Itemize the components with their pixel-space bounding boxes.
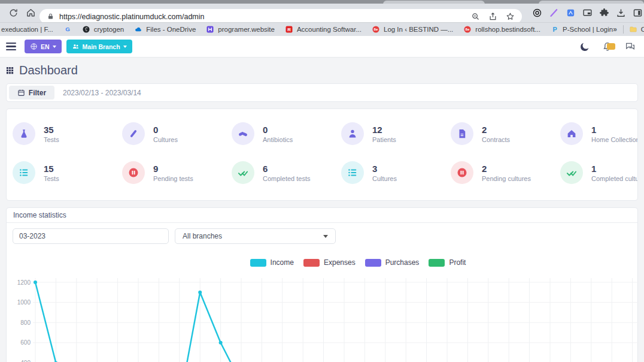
chevron-down-icon — [123, 46, 127, 48]
bookmark-item[interactable]: PP-School | Login — [551, 25, 613, 34]
stat-value: 3 — [372, 164, 397, 174]
branch-dropdown-button[interactable]: Main Branch — [66, 40, 132, 53]
stat-label: Antibiotics — [263, 136, 293, 143]
svg-text:600: 600 — [20, 339, 31, 346]
stat-value: 1 — [591, 164, 638, 174]
month-input[interactable] — [13, 228, 169, 244]
chart-legend: IncomeExpensesPurchasesProfit — [42, 258, 644, 267]
extensions-puzzle-icon[interactable] — [599, 8, 609, 18]
browser-window: https://ediagnostic.platinumduck.com/adm… — [0, 0, 644, 362]
bookmark-item[interactable]: exeducation | F... — [1, 26, 53, 33]
legend-swatch — [250, 259, 266, 267]
legend-label: Profit — [449, 258, 466, 267]
filter-card: Filter — [6, 83, 638, 102]
svg-text:1000: 1000 — [17, 299, 31, 306]
lock-icon — [47, 13, 54, 20]
filter-label: Filter — [29, 89, 46, 97]
stat-card-tests: 35Tests — [13, 122, 122, 145]
stat-value: 9 — [153, 164, 193, 174]
dark-mode-toggle[interactable] — [579, 41, 590, 52]
filter-button[interactable]: Filter — [9, 86, 54, 99]
picture-in-picture-icon[interactable] — [582, 8, 593, 18]
downloads-icon[interactable] — [616, 8, 626, 18]
language-label: EN — [41, 43, 50, 50]
bookmark-item[interactable]: 8erollshop.bestindsoft... — [463, 25, 540, 34]
folder-icon — [629, 25, 637, 34]
bookmark-label: rollshop.bestindsoft... — [475, 26, 540, 33]
stat-value: 0 — [153, 125, 178, 135]
stat-value: 2 — [482, 164, 531, 174]
stat-card-cultures: 3Cultures — [341, 161, 451, 184]
svg-text:8e: 8e — [374, 27, 378, 31]
svg-text:R: R — [287, 27, 291, 32]
pen-extension-icon[interactable] — [549, 8, 559, 18]
date-range-input[interactable] — [54, 84, 629, 101]
reload-icon[interactable] — [8, 8, 19, 18]
svg-text:P: P — [552, 26, 557, 33]
bookmark-item[interactable]: cryptogen — [82, 25, 124, 34]
check-double-icon — [232, 161, 254, 184]
bookmarks-overflow-icon[interactable]: » — [613, 25, 618, 34]
stat-label: Cultures — [372, 175, 397, 182]
stat-value: 12 — [372, 125, 396, 135]
legend-swatch — [365, 259, 381, 267]
legend-item-profit[interactable]: Profit — [429, 258, 466, 267]
globe-icon — [30, 43, 38, 50]
translate-extension-icon[interactable] — [566, 8, 576, 18]
bookmark-label: Accounting Softwar... — [297, 26, 362, 33]
legend-item-purchases[interactable]: Purchases — [365, 258, 420, 267]
stat-label: Completed cultures — [591, 175, 638, 182]
divider — [7, 222, 637, 223]
url-text[interactable]: https://ediagnostic.platinumduck.com/adm… — [59, 13, 205, 21]
bookmark-item[interactable]: G — [63, 25, 72, 34]
side-panel-icon[interactable] — [633, 8, 643, 18]
bookmark-item[interactable]: Files - OneDrive — [134, 25, 196, 34]
calendar-icon — [17, 89, 25, 96]
bookmark-item[interactable]: RAccounting Softwar... — [285, 25, 362, 34]
stat-label: Pending cultures — [482, 175, 531, 182]
extension-swirl-icon[interactable] — [532, 8, 542, 18]
bookmark-item[interactable]: programer.website — [206, 25, 275, 34]
other-bookmarks-folder[interactable]: Othe — [629, 25, 644, 34]
svg-text:800: 800 — [20, 319, 31, 326]
home-icon — [560, 122, 583, 145]
legend-item-income[interactable]: Income — [250, 258, 294, 267]
home-icon[interactable] — [26, 8, 36, 18]
svg-text:400: 400 — [20, 360, 31, 362]
bestind-icon: 8e — [372, 25, 380, 34]
notifications-bell-icon[interactable] — [602, 41, 613, 52]
stat-card-completed-cultures: 1Completed cultures — [560, 161, 638, 184]
stat-label: Tests — [44, 136, 59, 143]
menu-hamburger-icon[interactable] — [6, 43, 16, 50]
income-chart[interactable]: 12001000800600400 — [7, 270, 639, 362]
branch-label: Main Branch — [83, 43, 120, 50]
language-dropdown-button[interactable]: EN — [25, 40, 62, 53]
legend-swatch — [303, 259, 320, 267]
stat-label: Home Collection — [591, 136, 638, 143]
stat-card-completed-tests: 6Completed tests — [232, 161, 341, 184]
chat-icon[interactable] — [625, 41, 636, 52]
bookmarks-list: exeducation | F...GcryptogenFiles - OneD… — [0, 25, 613, 34]
other-bookmarks-label: Othe — [641, 26, 644, 33]
page-title: Dashboard — [19, 64, 78, 77]
list-icon — [341, 161, 364, 184]
branch-select-value: All branches — [183, 232, 222, 240]
patient-icon — [341, 122, 364, 145]
legend-label: Income — [271, 258, 294, 267]
check-double-icon — [560, 161, 583, 184]
stat-label: Patients — [372, 136, 396, 143]
stat-value: 15 — [44, 164, 59, 174]
branch-select[interactable]: All branches — [175, 228, 336, 244]
bookmark-label: P-School | Login — [563, 26, 613, 33]
legend-item-expenses[interactable]: Expenses — [303, 258, 356, 267]
zoom-icon[interactable] — [471, 12, 480, 21]
share-icon[interactable] — [488, 12, 497, 21]
stat-card-antibiotics: 0Antibiotics — [232, 122, 341, 145]
flask-icon — [13, 122, 35, 145]
bookmark-label: Files - OneDrive — [146, 26, 196, 33]
bookmark-item[interactable]: 8eLog In ‹ BESTIND —... — [372, 25, 453, 34]
svg-text:G: G — [65, 26, 70, 32]
bookmark-label: exeducation | F... — [1, 26, 53, 33]
browser-toolbar: https://ediagnostic.platinumduck.com/adm… — [0, 4, 644, 22]
bookmark-star-icon[interactable] — [506, 12, 515, 21]
